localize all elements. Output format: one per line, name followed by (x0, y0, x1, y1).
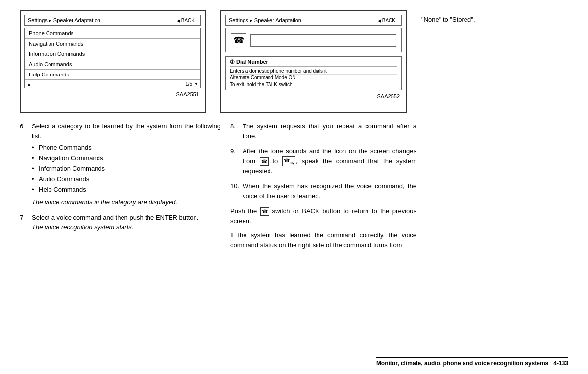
step6: 6. Select a category to be learned by th… (20, 122, 220, 207)
push-icon: ☎ (260, 207, 269, 216)
screen2-info-line3: To exit, hold the TALK switch (230, 81, 397, 88)
if-text: If the system has learned the command co… (230, 231, 416, 249)
footer-page: 4-133 (553, 360, 568, 367)
back-arrow-icon: ◀ (177, 18, 180, 23)
icon2: ☎my (282, 156, 295, 166)
right-intro: "None" to "Stored". (421, 16, 475, 23)
screen1-page-num: 1/5 (185, 81, 192, 87)
back-arrow2-icon: ◀ (378, 18, 381, 23)
step10-text: When the system has recognized the voice… (243, 182, 416, 199)
screen1-menu-list: Phone Commands Navigation Commands Infor… (24, 28, 201, 88)
menu-item-audio-label: Audio Commands (29, 61, 72, 67)
step9-number: 9. (230, 147, 243, 175)
screen1-title: Settings ▸ Speaker Adaptation (28, 17, 100, 24)
screens-row: Settings ▸ Speaker Adaptation ◀ BACK Pho… (20, 10, 568, 113)
screen2-header: Settings ▸ Speaker Adaptation ◀ BACK (225, 15, 402, 26)
step8-text: The system requests that you repeat a co… (243, 123, 416, 140)
step9-content: After the tone sounds and the icon on th… (243, 147, 416, 175)
screen2-label: SAA2552 (225, 93, 402, 99)
left-column: 6. Select a category to be learned by th… (20, 122, 220, 238)
menu-item-navigation[interactable]: Navigation Commands (25, 39, 200, 49)
footer-divider (376, 357, 568, 358)
screen2-back-label: BACK (382, 18, 395, 23)
step9: 9. After the tone sounds and the icon on… (230, 147, 416, 175)
screen2: Settings ▸ Speaker Adaptation ◀ BACK ☎ ①… (220, 10, 407, 113)
menu-item-information-label: Information Commands (29, 51, 85, 57)
step10: 10. When the system has recognized the v… (230, 181, 416, 200)
menu-item-audio[interactable]: Audio Commands (25, 59, 200, 70)
step8-content: The system requests that you repeat a co… (243, 122, 416, 141)
mic-icon: ☎ (231, 33, 246, 47)
right-column: 8. The system requests that you repeat a… (230, 122, 416, 249)
step6-note: The voice commands in the category are d… (32, 199, 177, 206)
push-text2: switch or BACK button to return to the p… (230, 207, 416, 224)
right-intro-text: "None" to "Stored". (421, 10, 568, 25)
screen1-scroll-down[interactable]: ▼ (194, 82, 198, 87)
step6-content: Select a category to be learned by the s… (32, 122, 220, 207)
bullet-navigation: Navigation Commands (32, 153, 220, 163)
screen1-header: Settings ▸ Speaker Adaptation ◀ BACK (24, 15, 201, 26)
icon1: ☎ (260, 157, 269, 166)
step6-number: 6. (20, 122, 32, 207)
menu-item-phone[interactable]: Phone Commands (25, 28, 200, 39)
step8-number: 8. (230, 122, 243, 141)
screen2-input-area: ☎ (225, 28, 402, 52)
footer-text: Monitor, climate, audio, phone and voice… (376, 360, 548, 367)
if-para: If the system has learned the command co… (230, 230, 416, 249)
menu-item-navigation-label: Navigation Commands (29, 41, 83, 47)
bullet-audio: Audio Commands (32, 175, 220, 184)
screen2-info-box: ① Dial Number Enters a domestic phone nu… (225, 56, 402, 90)
step6-bullet-list: Phone Commands Navigation Commands Infor… (32, 143, 220, 195)
push-para: Push the ☎ switch or BACK button to retu… (230, 206, 416, 225)
step10-number: 10. (230, 181, 243, 200)
page-container: Settings ▸ Speaker Adaptation ◀ BACK Pho… (0, 0, 588, 259)
screen2-info-title: ① Dial Number (230, 59, 397, 67)
step7-note: The voice recognition system starts. (32, 224, 133, 231)
screen1-label: SAA2551 (24, 91, 201, 97)
screen2-back-btn[interactable]: ◀ BACK (375, 17, 398, 24)
screen2-info-line2: Alternate Command Mode ON (230, 75, 397, 81)
screen2-title: Settings ▸ Speaker Adaptation (229, 17, 301, 24)
menu-item-help[interactable]: Help Commands (25, 70, 200, 80)
bullet-help: Help Commands (32, 185, 220, 195)
footer: Monitor, climate, audio, phone and voice… (376, 357, 568, 367)
step7: 7. Select a voice command and then push … (20, 213, 220, 232)
content-row: 6. Select a category to be learned by th… (20, 122, 568, 249)
step7-text: Select a voice command and then push the… (32, 214, 198, 221)
step7-number: 7. (20, 213, 32, 232)
menu-item-phone-label: Phone Commands (29, 30, 74, 36)
bullet-information: Information Commands (32, 164, 220, 174)
step7-content: Select a voice command and then push the… (32, 213, 220, 232)
screen2-input-box[interactable] (250, 34, 396, 47)
menu-item-information[interactable]: Information Commands (25, 49, 200, 59)
screen1-back-label: BACK (181, 18, 195, 23)
step10-content: When the system has recognized the voice… (243, 181, 416, 200)
screen2-info-line1: Enters a domestic phone number and dials… (230, 68, 397, 75)
step8: 8. The system requests that you repeat a… (230, 122, 416, 141)
bullet-phone: Phone Commands (32, 143, 220, 152)
screen1-scroll-up[interactable]: ▲ (27, 82, 31, 87)
screen1: Settings ▸ Speaker Adaptation ◀ BACK Pho… (20, 10, 206, 113)
step6-intro: Select a category to be learned by the s… (32, 123, 220, 140)
screen1-back-btn[interactable]: ◀ BACK (174, 17, 197, 24)
menu-item-help-label: Help Commands (29, 72, 69, 77)
